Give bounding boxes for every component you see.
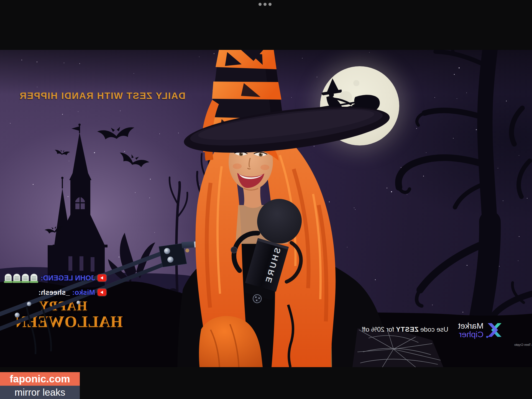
chat-message: Misko: _sheesh: bbox=[2, 286, 106, 298]
chat-message: JOHN LEGEND: bbox=[2, 272, 106, 284]
promo-part1: Use code bbox=[420, 326, 448, 333]
player-window: DAILY ZEST WITH RANDI HIPPER HAPPY HALLO… bbox=[0, 0, 532, 399]
sponsor-line2: Cipher bbox=[458, 330, 484, 339]
youtube-icon bbox=[98, 274, 106, 282]
dot-icon bbox=[264, 3, 267, 6]
corner-credit: Miss Teen Crypto bbox=[511, 343, 532, 346]
promo-code-text: Use codeZESTYfor 20% off bbox=[362, 326, 448, 333]
chat-emotes bbox=[4, 274, 38, 282]
dot-icon bbox=[259, 3, 262, 6]
chat-message-text: _sheesh: bbox=[39, 288, 70, 297]
watermark-subtitle: mirror leaks bbox=[0, 386, 80, 399]
tombstone-emote-icon bbox=[13, 274, 20, 282]
mic-cable bbox=[288, 305, 293, 367]
dot-icon bbox=[268, 3, 272, 6]
more-options-icon[interactable] bbox=[259, 3, 272, 6]
sponsor-line1: Market bbox=[458, 321, 484, 330]
video-frame[interactable]: DAILY ZEST WITH RANDI HIPPER HAPPY HALLO… bbox=[0, 50, 532, 367]
market-cipher-x-icon bbox=[486, 321, 503, 339]
sponsor-logo: Market Cipher bbox=[448, 320, 503, 340]
tombstone-emote-icon bbox=[22, 274, 29, 282]
promo-code: ZESTY bbox=[396, 326, 418, 333]
youtube-icon bbox=[98, 289, 106, 296]
chat-username: Misko: bbox=[72, 288, 95, 297]
chat-username: JOHN LEGEND: bbox=[41, 274, 95, 282]
tombstone-emote-icon bbox=[30, 274, 37, 282]
tombstone-emote-icon bbox=[5, 274, 12, 282]
watermark-site: faponic.com bbox=[0, 372, 80, 386]
promo-part2: for 20% off bbox=[362, 326, 394, 333]
